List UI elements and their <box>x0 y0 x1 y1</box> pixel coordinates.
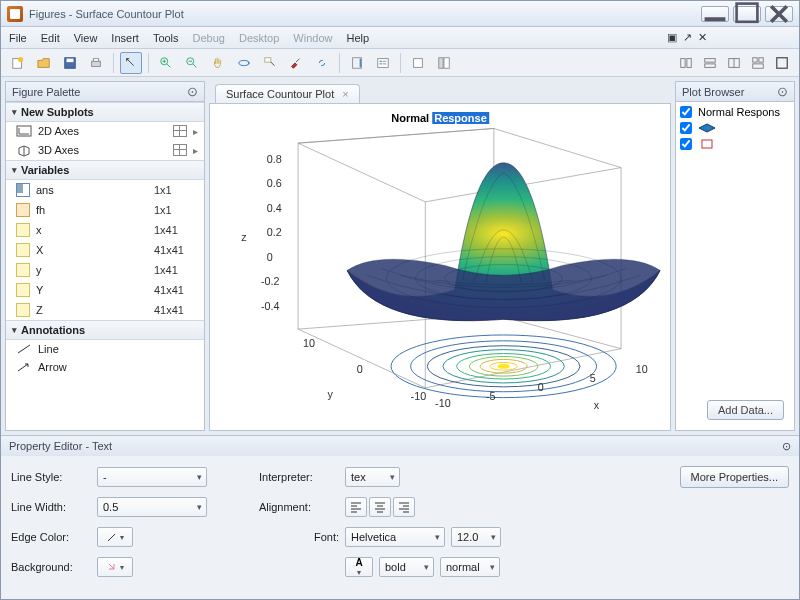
align-right-button[interactable] <box>393 497 415 517</box>
layout-4-button[interactable] <box>747 52 769 74</box>
variable-row[interactable]: Z41x41 <box>6 300 204 320</box>
line-style-select[interactable]: - <box>97 467 207 487</box>
add-data-button[interactable]: Add Data... <box>707 400 784 420</box>
close-button[interactable] <box>765 6 793 22</box>
rotate3d-button[interactable] <box>233 52 255 74</box>
layout-3-button[interactable] <box>723 52 745 74</box>
svg-rect-13 <box>378 58 389 67</box>
menu-desktop[interactable]: Desktop <box>239 32 279 44</box>
legend-button[interactable] <box>372 52 394 74</box>
plot-browser-panel: Plot Browser ⊙ Normal Respons Add Data..… <box>675 81 795 431</box>
axes-2d-item[interactable]: 2D Axes ▸ <box>6 122 204 140</box>
menu-file[interactable]: File <box>9 32 27 44</box>
menu-view[interactable]: View <box>74 32 98 44</box>
background-color-button[interactable] <box>97 557 133 577</box>
var-icon <box>16 183 30 197</box>
var-name: X <box>36 244 148 256</box>
maximize-button[interactable] <box>733 6 761 22</box>
layout-max-button[interactable] <box>771 52 793 74</box>
interpreter-select[interactable]: tex <box>345 467 400 487</box>
menu-window[interactable]: Window <box>293 32 332 44</box>
link-plot-button[interactable] <box>311 52 333 74</box>
svg-point-2 <box>18 56 23 61</box>
menu-debug[interactable]: Debug <box>193 32 225 44</box>
svg-text:-0.4: -0.4 <box>261 300 280 312</box>
section-variables[interactable]: Variables <box>6 160 204 180</box>
line-width-select[interactable]: 0.5 <box>97 497 207 517</box>
menu-help[interactable]: Help <box>346 32 369 44</box>
tab-surface-contour[interactable]: Surface Countour Plot × <box>215 84 360 103</box>
section-new-subplots[interactable]: New Subplots <box>6 102 204 122</box>
panel-close-icon[interactable]: ✕ <box>698 31 707 44</box>
label-line-width: Line Width: <box>11 501 91 513</box>
variable-row[interactable]: fh1x1 <box>6 200 204 220</box>
variable-row[interactable]: y1x41 <box>6 260 204 280</box>
font-size-select[interactable]: 12.0 <box>451 527 501 547</box>
svg-rect-23 <box>759 57 763 61</box>
zoom-out-button[interactable] <box>181 52 203 74</box>
font-color-button[interactable]: A <box>345 557 373 577</box>
gear-icon[interactable]: ⊙ <box>187 84 198 99</box>
menu-edit[interactable]: Edit <box>41 32 60 44</box>
menu-tools[interactable]: Tools <box>153 32 179 44</box>
undock-icon[interactable]: ↗ <box>683 31 692 44</box>
align-left-button[interactable] <box>345 497 367 517</box>
pb-item-normal-response[interactable]: Normal Respons <box>680 106 790 118</box>
pb-checkbox[interactable] <box>680 122 692 134</box>
label-line-style: Line Style: <box>11 471 91 483</box>
tab-close-icon[interactable]: × <box>342 88 348 100</box>
edge-color-button[interactable] <box>97 527 133 547</box>
var-size: 41x41 <box>154 284 198 296</box>
property-editor: Property Editor - Text ⊙ Line Style: - I… <box>1 435 799 599</box>
save-button[interactable] <box>59 52 81 74</box>
svg-rect-0 <box>737 3 758 21</box>
zoom-in-button[interactable] <box>155 52 177 74</box>
pb-checkbox[interactable] <box>680 138 692 150</box>
gear-icon[interactable]: ⊙ <box>782 440 791 453</box>
gear-icon[interactable]: ⊙ <box>777 84 788 99</box>
pb-item-contour[interactable] <box>680 138 790 150</box>
open-button[interactable] <box>33 52 55 74</box>
figure-palette-scroll[interactable]: New Subplots 2D Axes ▸ 3D Axes ▸ Variabl… <box>6 102 204 430</box>
svg-text:10: 10 <box>303 337 315 349</box>
dock-menu-icon[interactable]: ▣ <box>667 31 677 44</box>
variable-row[interactable]: ans1x1 <box>6 180 204 200</box>
font-weight-select[interactable]: bold <box>379 557 434 577</box>
font-family-select[interactable]: Helvetica <box>345 527 445 547</box>
minimize-button[interactable] <box>701 6 729 22</box>
variable-row[interactable]: Y41x41 <box>6 280 204 300</box>
menu-insert[interactable]: Insert <box>111 32 139 44</box>
section-annotations[interactable]: Annotations <box>6 320 204 340</box>
layout-2-button[interactable] <box>699 52 721 74</box>
variable-row[interactable]: x1x41 <box>6 220 204 240</box>
edit-plot-button[interactable] <box>120 52 142 74</box>
print-button[interactable] <box>85 52 107 74</box>
svg-text:0: 0 <box>357 363 363 375</box>
pan-button[interactable] <box>207 52 229 74</box>
axes-3d-item[interactable]: 3D Axes ▸ <box>6 140 204 160</box>
var-icon <box>16 283 30 297</box>
plot-canvas[interactable]: Normal Response <box>209 103 671 431</box>
property-editor-header: Property Editor - Text ⊙ <box>1 436 799 456</box>
annotation-line[interactable]: Line <box>6 340 204 358</box>
brush-button[interactable] <box>285 52 307 74</box>
chevron-right-icon: ▸ <box>193 126 198 137</box>
font-angle-select[interactable]: normal <box>440 557 500 577</box>
var-name: x <box>36 224 148 236</box>
colorbar-button[interactable] <box>346 52 368 74</box>
svg-text:0.2: 0.2 <box>267 226 282 238</box>
svg-rect-16 <box>444 57 449 68</box>
data-cursor-button[interactable] <box>259 52 281 74</box>
pb-item-surface[interactable] <box>680 122 790 134</box>
label-alignment: Alignment: <box>259 501 339 513</box>
toolbar <box>1 49 799 77</box>
new-figure-button[interactable] <box>7 52 29 74</box>
layout-1-button[interactable] <box>675 52 697 74</box>
more-properties-button[interactable]: More Properties... <box>680 466 789 488</box>
show-plot-tools-button[interactable] <box>433 52 455 74</box>
align-center-button[interactable] <box>369 497 391 517</box>
annotation-arrow[interactable]: Arrow <box>6 358 204 376</box>
variable-row[interactable]: X41x41 <box>6 240 204 260</box>
hide-plot-tools-button[interactable] <box>407 52 429 74</box>
pb-checkbox[interactable] <box>680 106 692 118</box>
